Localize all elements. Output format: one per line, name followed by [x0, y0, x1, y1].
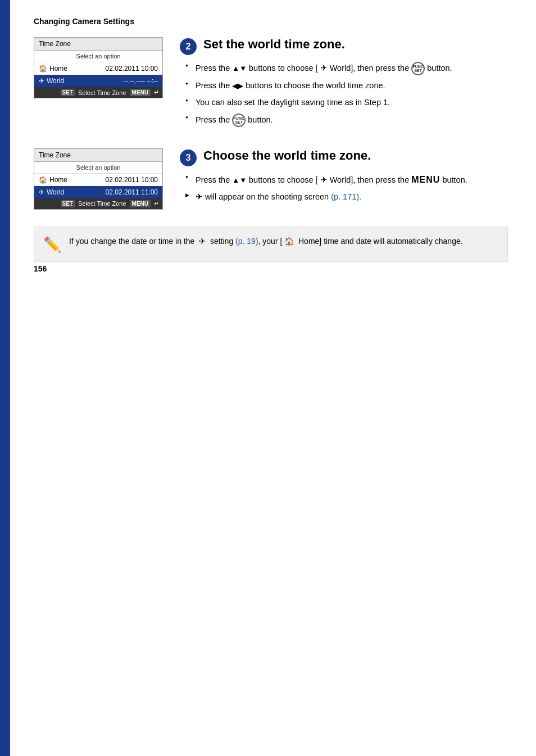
step2-camera-screen: Time Zone Select an option 🏠 Home 02.02.… [34, 37, 163, 98]
step3-content: 3 Choose the world time zone. Press the … [180, 148, 508, 208]
updown-arrows-3: ▲▼ [232, 176, 247, 184]
world-icon-b3: ✈ [318, 175, 328, 184]
world-icon-screen3: ✈ [39, 188, 44, 196]
step3-number: 3 [180, 150, 197, 166]
updown-arrows-1: ▲▼ [232, 64, 247, 73]
screen2-world-row: ✈ World --.--,---- --:-- [34, 75, 162, 87]
step3-camera-screen: Time Zone Select an option 🏠 Home 02.02.… [34, 148, 163, 210]
step3-bullets: Press the ▲▼ buttons to choose [ ✈ World… [180, 173, 508, 203]
world-icon-b1: ✈ [318, 64, 328, 73]
step2-header: 2 Set the world time zone. [180, 37, 508, 55]
step2-number: 2 [180, 38, 197, 55]
leftright-arrows-1: ◀▶ [232, 82, 243, 90]
step2-title: Set the world time zone. [203, 37, 345, 52]
world-icon-bullet3: ✈ [196, 192, 203, 201]
footer-label-screen2: Select Time Zone [78, 89, 126, 96]
screen3-footer: SET Select Time Zone MENU ↵ [34, 198, 162, 209]
menu-text-button: MENU [411, 175, 440, 184]
func-set-icon-2: FUNCSET [232, 114, 246, 127]
world-icon-screen2: ✈ [39, 77, 44, 85]
world-value-screen2: --.--,---- --:-- [124, 77, 158, 85]
set-btn-screen2: SET [61, 89, 75, 96]
home-value: 02.02.2011 10:00 [106, 65, 158, 73]
menu-btn-screen3: MENU [130, 200, 151, 207]
step3-bullet2: ✈ will appear on the shooting screen (p.… [185, 191, 508, 203]
home-icon-3: 🏠 [39, 176, 47, 184]
home-label-3: Home [49, 176, 67, 184]
back-arrow-screen2: ↵ [154, 89, 159, 96]
screen2-title: Time Zone [34, 38, 162, 51]
step2-bullet3: You can also set the daylight saving tim… [185, 97, 508, 109]
footer-label-screen3: Select Time Zone [78, 200, 126, 207]
step3-title: Choose the world time zone. [203, 148, 371, 163]
step3-bullet1: Press the ▲▼ buttons to choose [ ✈ World… [185, 173, 508, 187]
step2-bullet4: Press the FUNCSET button. [185, 114, 508, 127]
screen3-world-row: ✈ World 02.02.2011 11:00 [34, 186, 162, 198]
note-home-icon: 🏠 [284, 237, 294, 246]
note-box: ✏️ If you change the date or time in the… [34, 227, 508, 262]
back-arrow-screen3: ↵ [154, 200, 159, 207]
note-pencil-icon: ✏️ [43, 236, 61, 253]
note-world-icon: ✈ [199, 237, 206, 246]
world-value-screen3: 02.02.2011 11:00 [106, 188, 158, 196]
note-text: If you change the date or time in the ✈ … [69, 235, 463, 247]
page-number: 156 [34, 264, 47, 273]
step3-header: 3 Choose the world time zone. [180, 148, 508, 166]
screen3-title: Time Zone [34, 149, 162, 162]
screen2-footer: SET Select Time Zone MENU ↵ [34, 87, 162, 98]
link-p171: (p. 171) [331, 192, 359, 201]
step2-row: Time Zone Select an option 🏠 Home 02.02.… [34, 37, 508, 132]
step2-bullets: Press the ▲▼ buttons to choose [ ✈ World… [180, 62, 508, 127]
step3-row: Time Zone Select an option 🏠 Home 02.02.… [34, 148, 508, 210]
func-set-icon-1: FUNCSET [411, 62, 425, 75]
world-label-screen2: World [47, 77, 64, 85]
home-value-3: 02.02.2011 10:00 [106, 176, 158, 184]
home-label: Home [49, 65, 67, 73]
menu-btn-screen2: MENU [130, 89, 151, 96]
page-header: Changing Camera Settings [34, 17, 508, 26]
screen3-subtitle: Select an option [34, 162, 162, 174]
screen2-subtitle: Select an option [34, 51, 162, 62]
home-icon: 🏠 [39, 65, 47, 73]
step2-bullet1: Press the ▲▼ buttons to choose [ ✈ World… [185, 62, 508, 75]
note-link-p19: (p. 19) [235, 237, 258, 246]
world-label-screen3: World [47, 188, 64, 196]
step2-content: 2 Set the world time zone. Press the ▲▼ … [180, 37, 508, 132]
header-title: Changing Camera Settings [34, 17, 134, 26]
screen3-home-row: 🏠 Home 02.02.2011 10:00 [34, 174, 162, 186]
screen2-home-row: 🏠 Home 02.02.2011 10:00 [34, 62, 162, 75]
step2-bullet2: Press the ◀▶ buttons to choose the world… [185, 80, 508, 92]
set-btn-screen3: SET [61, 200, 75, 207]
